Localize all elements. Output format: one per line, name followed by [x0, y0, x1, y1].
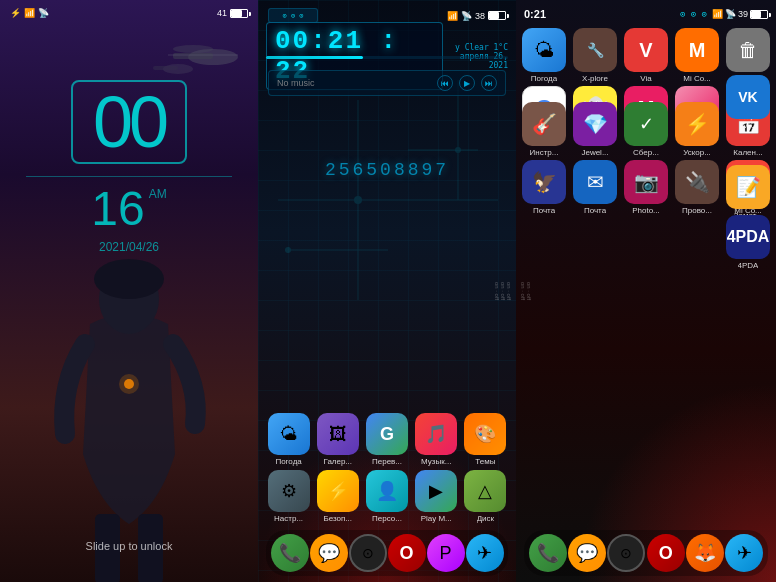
- app-gallery[interactable]: 🖼 Галер...: [315, 413, 360, 466]
- screen3-time: 0:21: [524, 8, 546, 20]
- app-icon-settings: ⚙: [268, 470, 310, 512]
- clock-divider: [26, 176, 232, 177]
- app3-label-vk: VK: [743, 121, 754, 130]
- screen3-dock-camera[interactable]: ⊙: [607, 534, 645, 572]
- app3-icon-jewels: 💎: [573, 102, 617, 146]
- app-settings[interactable]: ⚙ Настр...: [266, 470, 311, 523]
- app-security[interactable]: ⚡ Безоп...: [315, 470, 360, 523]
- screen3-status-dots: ⊙ ⊙ ⊙: [680, 9, 707, 19]
- app-playstore[interactable]: ▶ Play M...: [414, 470, 459, 523]
- screen2-dock: 📞 💬 ⊙ O P ✈: [266, 530, 508, 576]
- signal-icon: 📶: [24, 8, 35, 18]
- app3-mail[interactable]: ✉ Почта: [571, 160, 619, 215]
- screen2-status-bar: ⊙ ⊙ ⊙ 📶 📡 38: [268, 8, 506, 23]
- app3-pogoda[interactable]: 🌤 Погода: [520, 28, 568, 83]
- dock-phone[interactable]: 📞: [271, 534, 309, 572]
- app3-label-provo: Прово...: [682, 206, 712, 215]
- screen3-dock-telegram[interactable]: ✈: [725, 534, 763, 572]
- clock-border: 00: [71, 80, 187, 164]
- app3-label-jewels: Jewel...: [581, 148, 608, 157]
- app3-label-xplore: X-plore: [582, 74, 608, 83]
- app-personal[interactable]: 👤 Персо...: [364, 470, 409, 523]
- screen3-battery-icon: [750, 10, 768, 19]
- dock-telegram[interactable]: ✈: [466, 534, 504, 572]
- screen3-battery-text: 39: [738, 9, 748, 19]
- app3-icon-mico: M: [675, 28, 719, 72]
- app3-label-mico: Mi Co...: [683, 74, 711, 83]
- app3-icon-sber: ✓: [624, 102, 668, 146]
- screen2-wifi-icon: 📡: [461, 11, 472, 21]
- app3-photo[interactable]: 📷 Photo...: [622, 160, 670, 215]
- app3-booster[interactable]: ⚡ Ускор...: [673, 102, 721, 157]
- dock-picsart[interactable]: P: [427, 534, 465, 572]
- dock-opera[interactable]: O: [388, 534, 426, 572]
- app3-label-via: Via: [640, 74, 651, 83]
- svg-point-18: [455, 147, 461, 153]
- screen3-signal-icon: 📶: [712, 9, 723, 19]
- app3-icon-4pda: 4PDA: [726, 215, 770, 259]
- app3-icon-notes: 📝: [726, 165, 770, 209]
- screen3-dock: 📞 💬 ⊙ O 🦊 ✈: [524, 530, 768, 576]
- music-label: No music: [277, 78, 315, 88]
- app3-via[interactable]: V Via: [622, 28, 670, 83]
- svg-point-12: [119, 374, 139, 394]
- music-controls[interactable]: ⏮ ▶ ⏭: [437, 75, 497, 91]
- screen3-dock-fox[interactable]: 🦊: [686, 534, 724, 572]
- app-icon-pogoda: 🌤: [268, 413, 310, 455]
- dock-message[interactable]: 💬: [310, 534, 348, 572]
- helicopter2-icon: [148, 55, 198, 77]
- app3-notes[interactable]: 📝 Замет...: [726, 165, 770, 220]
- app3-icon-pogoda: 🌤: [522, 28, 566, 72]
- clock-display: 00 16 AM 2021/04/26: [0, 80, 258, 254]
- app3-icon-pochta-gov: 🦅: [522, 160, 566, 204]
- play-button[interactable]: ▶: [459, 75, 475, 91]
- app3-label-sber: Сбер...: [633, 148, 659, 157]
- app3-label-tuner: Инстр...: [530, 148, 559, 157]
- app3-icon-vk: VK: [726, 75, 770, 119]
- app3-icon-via: V: [624, 28, 668, 72]
- app3-icon-provo: 🔌: [675, 160, 719, 204]
- app3-label-calendar: Кален...: [733, 148, 762, 157]
- app-disk[interactable]: △ Диск: [463, 470, 508, 523]
- app3-provo[interactable]: 🔌 Прово...: [673, 160, 721, 215]
- app-translate[interactable]: G Перев...: [364, 413, 409, 466]
- svg-point-3: [173, 45, 213, 53]
- battery-level: 41: [217, 8, 227, 18]
- cyber-progress-bar-bg: [266, 56, 508, 59]
- app-icon-disk: △: [464, 470, 506, 512]
- app-themes[interactable]: 🎨 Темы: [463, 413, 508, 466]
- clock-date: 2021/04/26: [99, 240, 159, 254]
- screen3-status-icons: ⊙ ⊙ ⊙ 📶 📡 39: [680, 9, 768, 19]
- app3-icon-cleaner: 🗑: [726, 28, 770, 72]
- status-bar: ⚡ 📶 📡 41: [10, 8, 248, 18]
- dock-camera[interactable]: ⊙: [349, 534, 387, 572]
- app3-xplore[interactable]: 🔧 X-plore: [571, 28, 619, 83]
- app-label-pogoda: Погода: [275, 457, 301, 466]
- prev-button[interactable]: ⏮: [437, 75, 453, 91]
- screen3-dock-phone[interactable]: 📞: [529, 534, 567, 572]
- screen3-on-off-label: on · offon · off: [520, 282, 532, 300]
- screen3-dock-message[interactable]: 💬: [568, 534, 606, 572]
- app3-tuner[interactable]: 🎸 Инстр...: [520, 102, 568, 157]
- slide-unlock-text[interactable]: Slide up to unlock: [0, 540, 258, 552]
- app-pogoda[interactable]: 🌤 Погода: [266, 413, 311, 466]
- app3-mico[interactable]: M Mi Co...: [673, 28, 721, 83]
- app3-label-booster: Ускор...: [683, 148, 711, 157]
- app3-icon-mail: ✉: [573, 160, 617, 204]
- app3-sber[interactable]: ✓ Сбер...: [622, 102, 670, 157]
- app3-vk[interactable]: VK VK: [726, 75, 770, 130]
- app-music[interactable]: 🎵 Музык...: [414, 413, 459, 466]
- app3-label-photo: Photo...: [632, 206, 660, 215]
- next-button[interactable]: ⏭: [481, 75, 497, 91]
- app3-jewels[interactable]: 💎 Jewel...: [571, 102, 619, 157]
- apps-row-1: 🌤 Погода 🖼 Галер... G Перев... 🎵 Музык..…: [258, 413, 516, 466]
- app-icon-security: ⚡: [317, 470, 359, 512]
- homescreen-cyber: ⊙ ⊙ ⊙ 📶 📡 38 00:21 : 22 y Clear 1°C апре…: [258, 0, 516, 582]
- app3-pochta-gov[interactable]: 🦅 Почта: [520, 160, 568, 215]
- app3-label-pochta-gov: Почта: [533, 206, 555, 215]
- app-icon-music: 🎵: [415, 413, 457, 455]
- cyber-date-text: апреля 26, 2021: [443, 52, 508, 70]
- app3-4pda[interactable]: 4PDA 4PDA: [726, 215, 770, 270]
- app-label-personal: Персо...: [372, 514, 402, 523]
- screen3-dock-opera[interactable]: O: [647, 534, 685, 572]
